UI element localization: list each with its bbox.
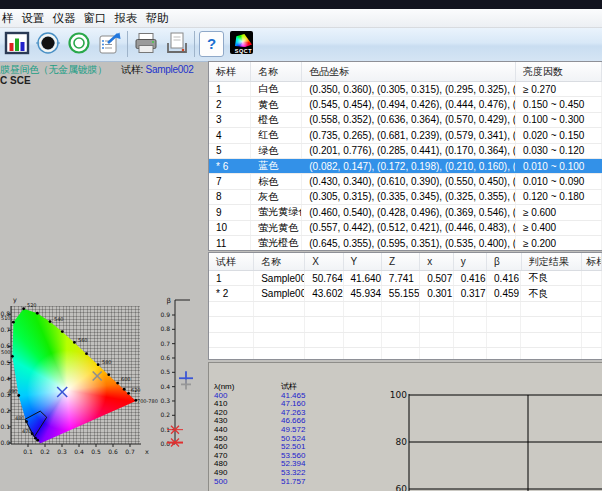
table-row-standard-1[interactable]: 1白色(0.350, 0.360), (0.305, 0.315), (0.29…	[209, 82, 602, 97]
table-row-standard-5[interactable]: 5绿色(0.201, 0.776), (0.285, 0.441), (0.17…	[209, 144, 602, 159]
cell: 0.507	[420, 271, 453, 285]
print-preview-button[interactable]	[163, 30, 190, 58]
cell: 0.416	[454, 271, 487, 285]
column-header-1[interactable]: 标样	[209, 62, 251, 81]
svg-text:0.6: 0.6	[160, 354, 170, 361]
column-header-4[interactable]: 亮度因数	[516, 62, 602, 81]
cell: (0.460, 0.540), (0.428, 0.496), (0.369, …	[302, 205, 516, 219]
samples-table-header: 试样名称XYZxyβ判定结果标样	[209, 253, 602, 271]
cell: 0.120 ~ 0.180	[516, 190, 602, 204]
cell	[454, 348, 487, 360]
column-header-8[interactable]: β	[487, 253, 521, 270]
table-row-sample-1[interactable]: 1Sample00150.76441.6407.7410.5070.4160.4…	[209, 271, 602, 286]
cell	[582, 317, 602, 331]
column-header-6[interactable]: x	[420, 253, 453, 270]
chart-view-button[interactable]	[3, 30, 30, 58]
table-row-standard-7[interactable]: 7棕色(0.430, 0.340), (0.610, 0.390), (0.55…	[209, 174, 602, 189]
cell	[344, 317, 382, 331]
column-header-1[interactable]: 试样	[209, 253, 254, 270]
table-row-standard-11[interactable]: 11萤光橙色(0.645, 0.355), (0.595, 0.351), (0…	[209, 236, 602, 251]
export-report-button[interactable]	[96, 30, 123, 58]
column-header-9[interactable]: 判定结果	[522, 253, 583, 270]
table-row-empty	[209, 333, 602, 348]
menu-item-4[interactable]: 窗口	[83, 11, 108, 26]
column-header-2[interactable]: 名称	[251, 62, 302, 81]
svg-text:510: 510	[1, 315, 11, 321]
spectral-panel: λ(nm)试样40041.46541047.16042047.26343046.…	[208, 362, 602, 491]
svg-text:0.7: 0.7	[0, 326, 10, 333]
measurement-mode-label: 膜昼间色（无金属镀膜）	[0, 64, 107, 75]
cell: 黄色	[251, 97, 302, 111]
cell	[420, 348, 453, 360]
sqct-button[interactable]: SQCT	[228, 30, 255, 58]
cell: 萤光黄色	[251, 221, 302, 235]
standard-measure-button[interactable]	[34, 30, 61, 58]
cell: 7.741	[382, 271, 420, 285]
menu-item-3[interactable]: 仪器	[52, 11, 77, 26]
column-header-4[interactable]: Y	[344, 253, 382, 270]
table-row-standard-6[interactable]: * 6蓝色(0.082, 0.147), (0.172, 0.198), (0.…	[209, 159, 602, 174]
table-row-standard-9[interactable]: 9萤光黄绿色(0.460, 0.540), (0.428, 0.496), (0…	[209, 205, 602, 220]
reflectance-value: 51.757	[281, 478, 305, 487]
column-header-3[interactable]: X	[305, 253, 343, 270]
cell: 棕色	[251, 174, 302, 188]
svg-text:0.1: 0.1	[0, 423, 10, 430]
toolbar-separator	[194, 31, 195, 57]
menu-item-2[interactable]: 设置	[21, 11, 46, 26]
cell	[582, 348, 602, 360]
print-button[interactable]	[132, 30, 159, 58]
table-row-sample-2[interactable]: * 2Sample00243.60245.93455.1550.3010.317…	[209, 286, 602, 301]
cell	[254, 333, 305, 347]
cell: 萤光黄绿色	[251, 205, 302, 219]
cell: (0.545, 0.454), (0.494, 0.426), (0.444, …	[302, 97, 516, 111]
cell	[420, 317, 453, 331]
cell: 4	[209, 128, 251, 142]
menu-item-1[interactable]: 样	[1, 11, 15, 26]
cell: 0.459	[487, 286, 521, 300]
table-row-standard-2[interactable]: 2黄色(0.545, 0.454), (0.494, 0.426), (0.44…	[209, 97, 602, 112]
cell	[254, 302, 305, 316]
cell: Sample001	[254, 271, 305, 285]
cell: 红色	[251, 128, 302, 142]
cell: 2	[209, 97, 251, 111]
cell: 不良	[521, 286, 582, 300]
cell: 0.010 ~ 0.090	[516, 174, 602, 188]
cell	[254, 317, 305, 331]
cell	[454, 302, 487, 316]
cell	[209, 302, 254, 316]
help-button[interactable]: ?	[198, 30, 225, 58]
cell	[582, 333, 602, 347]
chromaticity-diagram: 0.10.20.30.40.50.60.7x0.00.10.20.30.40.5…	[0, 290, 206, 491]
sqct-logo-icon: SQCT	[230, 31, 253, 54]
menu-item-5[interactable]: 报表	[114, 11, 139, 26]
cell: 不良	[521, 271, 582, 285]
table-row-standard-10[interactable]: 10萤光黄色(0.557, 0.442), (0.512, 0.421), (0…	[209, 221, 602, 236]
sample-measure-button[interactable]	[65, 30, 92, 58]
menu-item-6[interactable]: 帮助	[145, 11, 170, 26]
cell: (0.082, 0.147), (0.172, 0.198), (0.210, …	[302, 159, 516, 173]
cell	[382, 317, 420, 331]
svg-text:y: y	[13, 296, 17, 304]
column-header-7[interactable]: y	[454, 253, 487, 270]
cell	[344, 333, 382, 347]
svg-text:0.4: 0.4	[160, 383, 170, 390]
cell	[209, 348, 254, 360]
svg-text:x: x	[145, 448, 149, 456]
cell: 1	[209, 82, 251, 96]
title-bar	[0, 0, 602, 9]
cell: 43.602	[305, 286, 343, 300]
cell: 1	[209, 271, 254, 285]
cell: 灰色	[251, 190, 302, 204]
column-header-10[interactable]: 标样	[582, 253, 602, 270]
column-header-3[interactable]: 色品坐标	[302, 62, 516, 81]
table-row-standard-8[interactable]: 8灰色(0.305, 0.315), (0.335, 0.345), (0.32…	[209, 190, 602, 205]
column-header-2[interactable]: 名称	[254, 253, 305, 270]
svg-text:0.6: 0.6	[108, 448, 118, 455]
column-header-5[interactable]: Z	[382, 253, 420, 270]
page-out-icon	[164, 30, 190, 56]
cell: ≥ 0.400	[516, 221, 602, 235]
table-row-standard-3[interactable]: 3橙色(0.558, 0.352), (0.636, 0.364), (0.57…	[209, 113, 602, 128]
table-row-standard-4[interactable]: 4红色(0.735, 0.265), (0.681, 0.239), (0.57…	[209, 128, 602, 143]
cell: (0.430, 0.340), (0.610, 0.390), (0.550, …	[302, 174, 516, 188]
cell: 11	[209, 236, 251, 250]
